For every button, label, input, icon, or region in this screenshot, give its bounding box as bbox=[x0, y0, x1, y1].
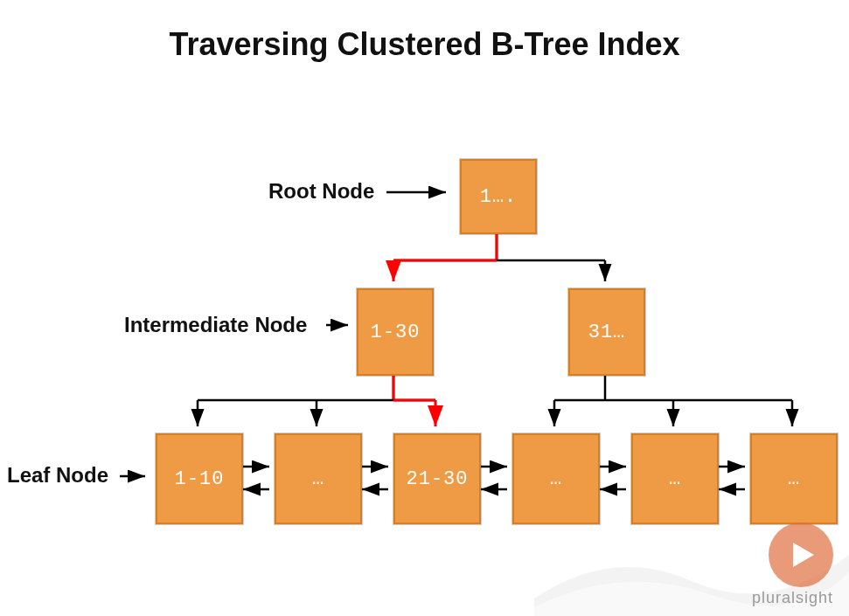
leaf-node-2: 21-30 bbox=[393, 433, 481, 524]
leaf-node-0: 1-10 bbox=[156, 433, 243, 524]
play-icon bbox=[769, 523, 833, 587]
brand-logo: pluralsight bbox=[752, 523, 833, 607]
leaf-node-1: … bbox=[275, 433, 362, 524]
root-node-label: Root Node bbox=[268, 179, 374, 204]
page-title: Traversing Clustered B-Tree Index bbox=[0, 26, 849, 63]
intermediate-node-0: 1-30 bbox=[357, 288, 434, 376]
intermediate-node-1: 31… bbox=[568, 288, 645, 376]
root-node: 1…. bbox=[460, 159, 537, 234]
intermediate-node-label: Intermediate Node bbox=[124, 313, 307, 337]
brand-text: pluralsight bbox=[752, 589, 833, 607]
leaf-node-label: Leaf Node bbox=[7, 463, 108, 488]
